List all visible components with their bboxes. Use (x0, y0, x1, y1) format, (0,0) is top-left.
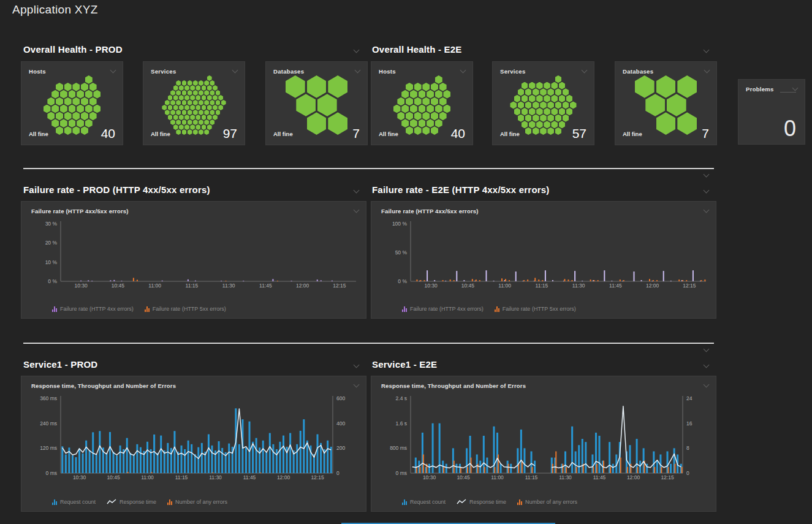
hexagon-healthy (56, 126, 63, 135)
hexagon-healthy (77, 119, 84, 127)
hexagon-healthy (188, 80, 192, 86)
legend-item[interactable]: Number of any errors (517, 499, 577, 505)
chart-tile-service1-e2e[interactable]: Response time, Throughput and Number of … (371, 376, 716, 512)
hexagon-healthy (179, 85, 184, 91)
chevron-down-icon[interactable] (792, 85, 799, 91)
hexagon-healthy (218, 95, 223, 101)
tile-databases-e2e[interactable]: Databases All fine 7 (615, 61, 717, 145)
service1-e2e-chart[interactable]: 0 ms800 ms1.6 s2.4 s08162410:3010:4511:0… (375, 392, 713, 488)
legend-item[interactable]: Failure rate (HTTP 5xx errors) (145, 306, 226, 312)
chart-tile-failure-prod[interactable]: Failure rate (HTTP 4xx/5xx errors) 0 %10… (21, 201, 366, 319)
failure-e2e-chart[interactable]: 0 %50 %100 %10:3010:4511:0011:1511:3011:… (375, 218, 713, 294)
hexagon-healthy (204, 120, 209, 125)
chart-tile-service1-prod[interactable]: Response time, Throughput and Number of … (21, 376, 366, 512)
legend-item[interactable]: Request count (402, 499, 446, 505)
hexagon-healthy (518, 88, 525, 96)
bar-series-icon (495, 306, 499, 312)
svg-text:12:15: 12:15 (311, 474, 324, 480)
hexagon-healthy (406, 97, 413, 106)
svg-text:11:15: 11:15 (536, 283, 548, 289)
hexagon-healthy (677, 112, 697, 135)
hexagon-healthy (47, 97, 55, 106)
hexagon-healthy (204, 90, 209, 96)
chart-title: Failure rate (HTTP 4xx/5xx errors) (31, 208, 129, 215)
chart-tile-failure-e2e[interactable]: Failure rate (HTTP 4xx/5xx errors) 0 %50… (371, 201, 716, 319)
hexagon-healthy (199, 129, 203, 135)
tile-hosts-e2e[interactable]: Hosts All fine 40 (371, 61, 473, 145)
hexagon-healthy (216, 110, 221, 115)
hexagon-healthy (72, 126, 80, 135)
hexagon-healthy (559, 108, 566, 115)
chevron-down-icon[interactable] (354, 362, 360, 368)
legend-item[interactable]: Request count (52, 499, 96, 505)
hexagon-healthy (188, 100, 192, 105)
hexagon-healthy (204, 110, 209, 115)
chevron-down-icon[interactable] (704, 362, 710, 368)
hexagon-healthy (190, 105, 195, 110)
tile-hosts-prod[interactable]: Hosts All fine 40 (21, 61, 123, 145)
hexagon-healthy (190, 95, 195, 101)
legend-item[interactable]: Failure rate (HTTP 4xx errors) (52, 306, 134, 312)
hexagon-healthy (540, 101, 547, 108)
tile-services-e2e[interactable]: Services All fine 57 (492, 61, 594, 145)
tile-databases-prod[interactable]: Databases All fine 7 (265, 61, 368, 145)
chevron-down-icon[interactable] (704, 67, 710, 74)
hexagon-healthy (199, 80, 203, 86)
hexagon-healthy (410, 90, 417, 99)
tile-problems[interactable]: Problems 0 (738, 79, 805, 145)
hexagon-healthy (207, 115, 212, 120)
hexagon-healthy (193, 90, 198, 96)
hexagon-healthy (182, 120, 187, 125)
legend-item[interactable]: Failure rate (HTTP 5xx errors) (495, 306, 576, 312)
chevron-down-icon[interactable] (354, 207, 360, 213)
chevron-down-icon[interactable] (354, 188, 360, 194)
failure-prod-chart[interactable]: 0 %10 %20 %30 %10:3010:4511:0011:1511:30… (25, 218, 363, 294)
hexagon-healthy (213, 105, 218, 110)
svg-text:0: 0 (686, 470, 689, 476)
hexagon-healthy (193, 100, 198, 105)
hexagon-healthy (296, 94, 316, 116)
chevron-down-icon[interactable] (704, 188, 710, 194)
hexagon-healthy (566, 95, 573, 102)
chevron-down-icon[interactable] (704, 47, 710, 53)
hexagon-healthy (176, 110, 181, 115)
chevron-down-icon[interactable] (355, 67, 361, 74)
hexagon-healthy (544, 121, 550, 128)
chevron-down-icon[interactable] (232, 67, 238, 74)
hexagon-healthy (202, 85, 207, 91)
hexagon-healthy (656, 75, 676, 98)
chevron-down-icon[interactable] (704, 346, 710, 352)
hexagon-healthy (221, 100, 226, 105)
legend-item[interactable]: Response time (107, 499, 156, 505)
legend-label: Number of any errors (175, 499, 227, 505)
svg-text:11:00: 11:00 (148, 283, 161, 289)
chevron-down-icon[interactable] (354, 47, 360, 53)
legend-item[interactable]: Failure rate (HTTP 4xx errors) (402, 306, 484, 312)
chevron-down-icon[interactable] (110, 67, 116, 74)
svg-text:11:30: 11:30 (559, 474, 572, 480)
legend-item[interactable]: Number of any errors (167, 499, 227, 505)
hexagon-healthy (168, 115, 173, 120)
chevron-down-icon[interactable] (582, 67, 588, 74)
hexagon-healthy (190, 115, 195, 120)
hexagon-healthy (184, 124, 189, 130)
hexagon-healthy (525, 127, 532, 135)
legend-item[interactable]: Response time (457, 499, 506, 505)
hexagon-healthy (47, 112, 55, 120)
chevron-down-icon[interactable] (354, 382, 360, 388)
chevron-down-icon[interactable] (704, 382, 710, 388)
hexagon-healthy (422, 83, 430, 91)
hexagon-healthy (162, 105, 167, 110)
chevron-down-icon[interactable] (460, 67, 466, 74)
tile-services-prod[interactable]: Services All fine 97 (143, 61, 245, 145)
svg-text:11:45: 11:45 (593, 474, 606, 480)
tile-label: Hosts (29, 68, 46, 75)
service1-prod-chart[interactable]: 0 ms120 ms240 ms360 ms020040060010:3010:… (25, 392, 363, 488)
hexagon-healthy (544, 108, 550, 115)
svg-text:0 ms: 0 ms (46, 470, 57, 476)
chevron-down-icon[interactable] (704, 207, 710, 213)
tile-status: All fine (273, 131, 293, 137)
chevron-down-icon[interactable] (704, 172, 710, 178)
svg-text:600: 600 (336, 395, 345, 401)
section-title-failure-e2e: Failure rate - E2E (HTTP 4xx/5xx errors) (372, 184, 550, 195)
